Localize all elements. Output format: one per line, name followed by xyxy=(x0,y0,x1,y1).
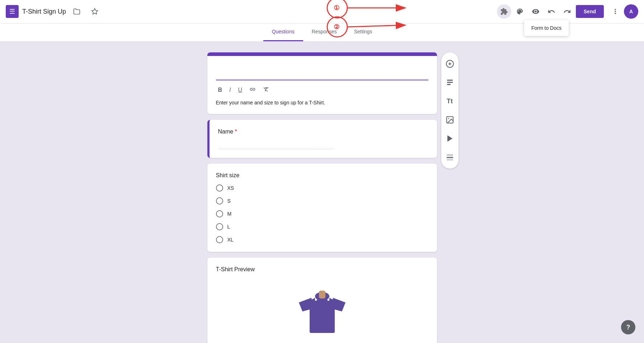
short-answer-input[interactable]: Short answer text xyxy=(218,141,334,149)
add-section-button[interactable] xyxy=(441,149,459,166)
account-button[interactable]: A xyxy=(624,4,638,19)
svg-rect-14 xyxy=(447,84,451,85)
topbar-left: ☰ T-Shirt Sign Up xyxy=(6,4,497,19)
import-question-button[interactable] xyxy=(441,74,459,91)
option-l: L xyxy=(216,223,428,230)
undo-button[interactable] xyxy=(544,4,559,19)
option-xs: XS xyxy=(216,184,428,192)
main-area: T-Shirt Sign Up B I U Enter your name an… xyxy=(0,42,644,343)
required-star: * xyxy=(235,128,237,135)
svg-rect-13 xyxy=(447,82,453,83)
form-container: T-Shirt Sign Up B I U Enter your name an… xyxy=(207,52,437,343)
option-xl: XL xyxy=(216,236,428,243)
svg-rect-19 xyxy=(447,157,453,158)
add-image-button[interactable] xyxy=(441,111,459,128)
preview-card: T-Shirt Preview xyxy=(207,258,437,343)
form-description: Enter your name and size to sign up for … xyxy=(216,100,428,105)
question-label-text: Name xyxy=(218,128,234,135)
doc-title: T-Shirt Sign Up xyxy=(22,8,66,15)
svg-marker-17 xyxy=(447,135,452,142)
header-card: T-Shirt Sign Up B I U Enter your name an… xyxy=(207,52,437,114)
send-button[interactable]: Send xyxy=(576,5,604,18)
tshirt-preview-image xyxy=(295,283,349,337)
topbar-right: Send A xyxy=(497,4,638,19)
svg-marker-0 xyxy=(92,9,98,14)
svg-rect-18 xyxy=(447,154,453,156)
link-button[interactable] xyxy=(247,85,258,95)
sidebar-tools: Tt xyxy=(441,52,459,169)
add-title-button[interactable]: Tt xyxy=(441,93,459,110)
italic-button[interactable]: I xyxy=(227,85,233,95)
option-xl-label: XL xyxy=(227,237,234,243)
app-icon-glyph: ☰ xyxy=(9,8,15,15)
shirt-size-label: Shirt size xyxy=(216,172,428,179)
shirt-size-card: Shirt size XS S M L xyxy=(207,164,437,252)
preview-button[interactable] xyxy=(528,4,543,19)
radio-xs[interactable] xyxy=(216,184,223,192)
option-l-label: L xyxy=(227,224,230,230)
tooltip-text: Form to Docs xyxy=(531,25,561,31)
redo-button[interactable] xyxy=(560,4,574,19)
form-title-input[interactable]: T-Shirt Sign Up xyxy=(216,65,428,80)
question-label-name: Name * xyxy=(218,128,428,135)
tab-questions[interactable]: Questions xyxy=(263,23,303,41)
svg-rect-8 xyxy=(319,291,325,299)
option-m: M xyxy=(216,210,428,217)
clear-format-button[interactable] xyxy=(261,85,272,95)
form-to-docs-tooltip: Form to Docs xyxy=(524,20,569,36)
option-s: S xyxy=(216,197,428,205)
star-button[interactable] xyxy=(88,4,102,19)
radio-s[interactable] xyxy=(216,197,223,205)
radio-m[interactable] xyxy=(216,210,223,217)
option-m-label: M xyxy=(227,211,232,217)
shirt-size-options: XS S M L XL xyxy=(216,184,428,243)
svg-rect-4 xyxy=(310,301,335,333)
svg-point-16 xyxy=(448,118,449,119)
help-button[interactable]: ? xyxy=(621,320,635,334)
add-video-button[interactable] xyxy=(441,130,459,147)
folder-button[interactable] xyxy=(70,4,84,19)
formatting-bar: B I U xyxy=(216,85,428,95)
option-xs-label: XS xyxy=(227,185,234,191)
name-question-card: Name * Short answer text xyxy=(207,120,437,158)
svg-rect-20 xyxy=(447,159,453,160)
palette-button[interactable] xyxy=(513,4,527,19)
tab-responses[interactable]: Responses xyxy=(303,23,345,41)
preview-image-container xyxy=(216,278,428,337)
app-icon: ☰ xyxy=(6,5,19,18)
more-options-button[interactable] xyxy=(608,4,622,19)
title-icon: Tt xyxy=(447,98,453,105)
addon-icon-button[interactable] xyxy=(497,4,511,19)
tab-settings[interactable]: Settings xyxy=(345,23,381,41)
add-question-button[interactable] xyxy=(441,55,459,72)
radio-xl[interactable] xyxy=(216,236,223,243)
underline-button[interactable]: U xyxy=(236,85,245,95)
svg-rect-12 xyxy=(447,80,453,81)
radio-l[interactable] xyxy=(216,223,223,230)
option-s-label: S xyxy=(227,198,231,204)
preview-label: T-Shirt Preview xyxy=(216,266,428,273)
topbar: ☰ T-Shirt Sign Up Send A xyxy=(0,0,644,23)
bold-button[interactable]: B xyxy=(216,85,225,95)
